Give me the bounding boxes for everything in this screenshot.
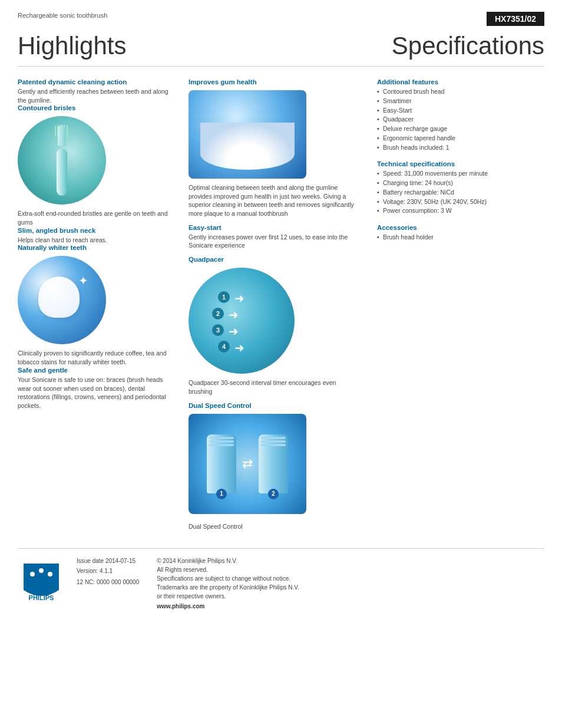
tooth-image: ✦ xyxy=(18,256,106,344)
footer-disclaimer1: Specifications are subject to change wit… xyxy=(157,575,299,582)
list-item: Brush head holder xyxy=(377,233,542,242)
highlight-patented-text: Gently and efficiently reaches between t… xyxy=(18,87,177,104)
mid-quadpacer-heading: Quadpacer xyxy=(189,256,359,263)
list-item: Charging time: 24 hour(s) xyxy=(377,179,542,188)
footer-website[interactable]: www.philips.com xyxy=(157,603,299,610)
ds-bristle xyxy=(209,440,234,443)
highlight-contoured-heading: Contoured brisles xyxy=(18,104,177,111)
mid-dualspeed-caption: Dual Speed Control xyxy=(189,522,359,531)
highlight-contoured: Contoured brisles Extra-soft end-rounded… xyxy=(18,104,177,226)
qp-num-1: 1 xyxy=(218,291,230,303)
gum-image xyxy=(189,90,306,179)
mid-gum-text: Optimal cleaning between teeth and along… xyxy=(189,183,359,218)
specifications-column: Additional features Contoured brush head… xyxy=(371,78,542,531)
spec-additional-heading: Additional features xyxy=(377,78,542,85)
mid-easystart: Easy-start Gently increases power over f… xyxy=(189,224,359,250)
tooth-shape xyxy=(38,276,80,318)
philips-logo: PHILIPS xyxy=(18,558,65,605)
footer-nc: 12 NC: 0000 000 00000 xyxy=(77,579,139,585)
dualspeed-art: 1 ⇄ 2 xyxy=(207,434,288,493)
page: Rechargeable sonic toothbrush HX7351/02 … xyxy=(0,0,562,728)
spec-additional: Additional features Contoured brush head… xyxy=(377,78,542,152)
ds-bristle xyxy=(261,444,286,446)
mid-quadpacer-text: Quadpacer 30-second interval timer encou… xyxy=(189,378,359,396)
qp-arrow-2: ➜ xyxy=(229,308,239,322)
qp-arrow-4: ➜ xyxy=(234,341,244,355)
footer: PHILIPS Issue date 2014-07-15 Version: 4… xyxy=(18,548,544,612)
spec-technical-list: Speed: 31,000 movements per minute Charg… xyxy=(377,169,542,216)
highlights-title: Highlights xyxy=(18,32,126,60)
ds-num-1: 1 xyxy=(216,489,227,499)
tooth-art: ✦ xyxy=(38,276,85,324)
list-item: Power consumption: 3 W xyxy=(377,206,542,216)
toothbrush-art xyxy=(44,125,80,196)
svg-text:PHILIPS: PHILIPS xyxy=(29,594,54,601)
ds-brush-1-container: 1 xyxy=(207,434,236,493)
titles-row: Highlights Specifications xyxy=(18,32,544,67)
brush-head xyxy=(58,125,66,146)
ds-brush-2-container: 2 xyxy=(259,434,288,493)
header: Rechargeable sonic toothbrush HX7351/02 xyxy=(18,12,544,26)
mid-gum-heading: Improves gum health xyxy=(189,78,359,85)
highlight-safe-text: Your Sonicare is safe to use on: braces … xyxy=(18,375,177,410)
spec-additional-list: Contoured brush head Smartimer Easy-Star… xyxy=(377,87,542,152)
highlight-slim-heading: Slim, angled brush neck xyxy=(18,227,177,234)
ds-bristle xyxy=(261,440,286,443)
list-item: Smartimer xyxy=(377,97,542,106)
qp-arrow-1: ➜ xyxy=(234,291,244,305)
footer-meta: Issue date 2014-07-15 Version: 4.1.1 12 … xyxy=(77,558,139,612)
footer-rights: All Rights reserved. xyxy=(157,566,299,573)
footer-copyright: © 2014 Koninklijke Philips N.V. xyxy=(157,558,299,564)
ds-arrows: ⇄ xyxy=(242,456,253,472)
list-item: Brush heads included: 1 xyxy=(377,143,542,153)
brush-handle xyxy=(57,149,67,196)
highlight-slim: Slim, angled brush neck Helps clean hard… xyxy=(18,227,177,245)
highlight-whiter-text: Clinically proven to significantly reduc… xyxy=(18,349,177,366)
ds-bristle xyxy=(261,437,286,439)
svg-point-0 xyxy=(30,572,35,577)
svg-point-2 xyxy=(48,572,52,577)
list-item: Quadpacer xyxy=(377,115,542,124)
footer-issue-date: Issue date 2014-07-15 xyxy=(77,558,139,564)
list-item: Battery rechargable: NiCd xyxy=(377,188,542,197)
middle-column: Improves gum health Optimal cleaning bet… xyxy=(189,78,371,531)
mid-easystart-heading: Easy-start xyxy=(189,224,359,231)
qp-num-2: 2 xyxy=(212,308,224,319)
mid-gum: Improves gum health Optimal cleaning bet… xyxy=(189,78,359,218)
ds-bristle xyxy=(209,444,234,446)
highlight-whiter-heading: Naturally whiter teeth xyxy=(18,244,177,251)
ds-brush-2 xyxy=(259,434,288,493)
specifications-title: Specifications xyxy=(392,32,544,60)
ds-brush-1 xyxy=(207,434,236,493)
highlight-patented: Patented dynamic cleaning action Gently … xyxy=(18,78,177,104)
ds-num-2: 2 xyxy=(268,489,279,499)
list-item: Deluxe recharge gauge xyxy=(377,124,542,134)
footer-legal: © 2014 Koninklijke Philips N.V. All Righ… xyxy=(157,558,299,612)
highlights-column: Patented dynamic cleaning action Gently … xyxy=(18,78,189,531)
highlight-safe-heading: Safe and gentle xyxy=(18,367,177,374)
highlight-contoured-text: Extra-soft end-rounded bristles are gent… xyxy=(18,209,177,226)
spec-technical-heading: Technical specifications xyxy=(377,160,542,167)
spec-accessories-list: Brush head holder xyxy=(377,233,542,242)
mid-quadpacer: Quadpacer 1 ➜ 2 ➜ 3 ➜ 4 ➜ Quadpace xyxy=(189,256,359,396)
quadpacer-art: 1 ➜ 2 ➜ 3 ➜ 4 ➜ xyxy=(200,279,283,362)
highlight-patented-heading: Patented dynamic cleaning action xyxy=(18,78,177,85)
ds-bristle xyxy=(209,437,234,439)
qp-num-3: 3 xyxy=(212,324,224,336)
list-item: Easy-Start xyxy=(377,106,542,116)
mid-dualspeed: Dual Speed Control 1 ⇄ xyxy=(189,402,359,531)
dualspeed-image: 1 ⇄ 2 xyxy=(189,414,306,514)
list-item: Ergonomic tapered handle xyxy=(377,134,542,143)
highlight-slim-text: Helps clean hard to reach areas. xyxy=(18,236,177,245)
spec-accessories: Accessories Brush head holder xyxy=(377,224,542,242)
model-badge: HX7351/02 xyxy=(487,12,544,26)
quadpacer-image: 1 ➜ 2 ➜ 3 ➜ 4 ➜ xyxy=(189,268,295,374)
star-icon: ✦ xyxy=(78,274,88,288)
footer-disclaimer3: or their respective owners. xyxy=(157,593,299,599)
highlight-safe: Safe and gentle Your Sonicare is safe to… xyxy=(18,367,177,410)
footer-version: Version: 4.1.1 xyxy=(77,568,139,574)
mid-dualspeed-heading: Dual Speed Control xyxy=(189,402,359,409)
philips-logo-container: PHILIPS xyxy=(18,558,65,607)
list-item: Contoured brush head xyxy=(377,87,542,97)
qp-num-4: 4 xyxy=(218,341,230,353)
